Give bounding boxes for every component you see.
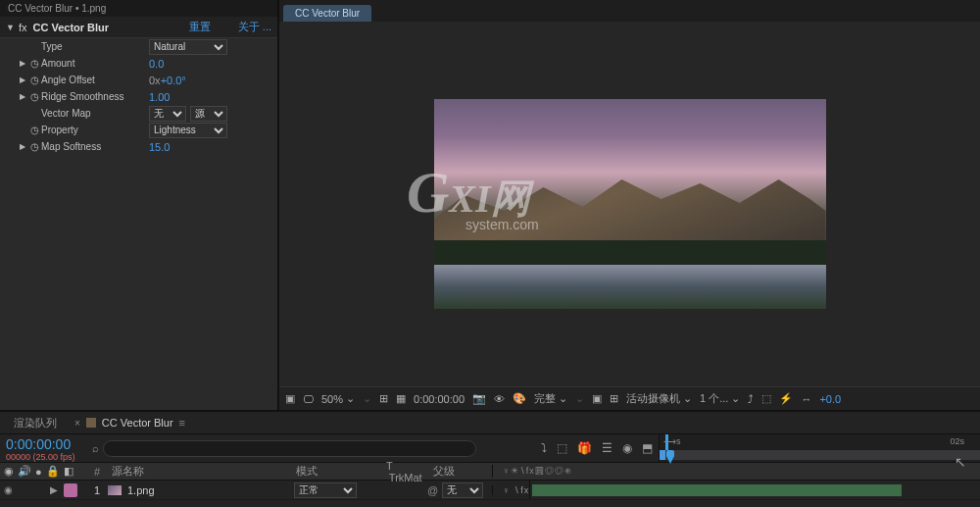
camera-select[interactable]: 活动摄像机 ⌄ — [626, 391, 692, 406]
index-column[interactable]: # — [86, 466, 108, 478]
stopwatch-icon[interactable]: ◷ — [27, 91, 41, 102]
comp-tab[interactable]: × CC Vector Blur ≡ — [74, 417, 185, 429]
timeline-icon[interactable]: ↔ — [801, 393, 811, 405]
effect-header: ▼ fx CC Vector Blur 重置 关于 ... — [0, 17, 277, 38]
layer-duration-bar[interactable] — [532, 484, 902, 496]
blend-mode-select[interactable]: 正常 — [294, 482, 357, 498]
effect-controls-panel: CC Vector Blur • 1.png ▼ fx CC Vector Bl… — [0, 0, 279, 410]
timeline-search: ⌕ — [86, 434, 482, 462]
grid-icon[interactable]: ⊞ — [610, 392, 618, 405]
layer-source[interactable]: 1.png — [108, 484, 292, 496]
effect-tab[interactable]: CC Vector Blur • 1.png — [0, 0, 277, 17]
about-link[interactable]: 关于 ... — [238, 20, 271, 34]
param-amount: ▶ ◷ Amount 0.0 — [0, 55, 277, 72]
fx-icon[interactable]: fx — [19, 22, 27, 33]
stopwatch-icon[interactable]: ◷ — [27, 125, 41, 135]
zoom-level[interactable]: 50% ⌄ — [321, 392, 355, 405]
region-icon[interactable]: ▣ — [592, 392, 602, 405]
amount-label: Amount — [41, 58, 149, 69]
column-headers: ◉ 🔊 ● 🔒 ◧ # 源名称 模式 T TrkMat 父级 ♀☀∖fx圓◎◎⊕ — [0, 463, 980, 481]
render-icon[interactable]: ⬚ — [761, 392, 771, 405]
switches-column: ♀☀∖fx圓◎◎⊕ — [492, 465, 572, 478]
exposure-value[interactable]: +0.0 — [819, 393, 841, 405]
shy-icon[interactable]: 🎁 — [577, 441, 592, 455]
preview-viewport[interactable]: GXI网 system.com — [279, 22, 980, 386]
show-snapshot-icon[interactable]: 👁 — [494, 393, 505, 405]
label-column-icon[interactable]: ◧ — [64, 465, 74, 478]
render-queue-tab[interactable]: 渲染队列 — [14, 416, 57, 431]
twirl-icon[interactable]: ▶ — [18, 92, 27, 101]
draft3d-icon[interactable]: ⬚ — [557, 441, 567, 455]
visibility-toggle[interactable]: ◉ — [4, 484, 13, 495]
twirl-icon[interactable]: ▶ — [18, 76, 27, 84]
tab-menu-icon[interactable]: ≡ — [179, 417, 185, 429]
param-property: ◷ Property Lightness — [0, 122, 277, 138]
stopwatch-icon[interactable]: ◷ — [27, 141, 41, 152]
mode-column[interactable]: 模式 — [292, 464, 368, 479]
preview-tabs: CC Vector Blur — [279, 0, 980, 22]
layer-switches[interactable]: ♀ ∖fx — [492, 485, 529, 495]
frame-rate: 00000 (25.00 fps) — [6, 452, 80, 462]
angle-rot[interactable]: 0x — [149, 75, 161, 86]
label-color[interactable] — [64, 483, 77, 497]
param-ridge: ▶ ◷ Ridge Smoothness 1.00 — [0, 88, 277, 105]
reset-link[interactable]: 重置 — [189, 20, 211, 34]
twirl-icon[interactable]: ▶ — [18, 142, 27, 151]
cursor-icon: ↖ — [955, 454, 966, 470]
param-type: Type Natural — [0, 38, 277, 55]
angle-value[interactable]: +0.0° — [161, 75, 186, 86]
layer-thumbnail-icon — [108, 485, 122, 495]
layer-row[interactable]: ◉ ▶ 1 1.png 正常 @ 无 ♀ ∖fx — [0, 481, 980, 500]
viewport-mode-icon[interactable]: ▣ — [285, 392, 295, 405]
parent-column[interactable]: 父级 — [427, 464, 492, 479]
snapshot-icon[interactable]: 📷 — [472, 392, 486, 405]
watermark: GXI网 system.com — [407, 159, 539, 242]
transparency-grid-icon[interactable]: ▦ — [396, 392, 406, 405]
ridge-label: Ridge Smoothness — [41, 91, 149, 102]
motion-blur-icon[interactable]: ◉ — [622, 441, 632, 455]
source-column[interactable]: 源名称 — [108, 464, 292, 479]
layer-twirl-icon[interactable]: ▶ — [50, 484, 58, 495]
monitor-icon[interactable]: 🖵 — [303, 393, 314, 405]
preview-toolbar: ▣ 🖵 50% ⌄ ⌄ ⊞ ▦ 0:00:00:00 📷 👁 🎨 完整 ⌄ ⌄ … — [279, 386, 980, 410]
graph-editor-icon[interactable]: ⬒ — [642, 441, 653, 455]
comp-flow-icon[interactable]: ⤵ — [541, 441, 547, 455]
search-input[interactable] — [103, 440, 476, 457]
channel-icon[interactable]: 🎨 — [513, 392, 526, 405]
trkmat-column[interactable]: T TrkMat — [368, 460, 427, 483]
fast-preview-icon[interactable]: ⚡ — [779, 392, 793, 405]
frame-blend-icon[interactable]: ☰ — [602, 441, 612, 455]
resolution-icon[interactable]: ⊞ — [379, 392, 388, 405]
layer-track[interactable] — [529, 481, 980, 499]
audio-column-icon[interactable]: 🔊 — [18, 465, 31, 478]
vmap-select[interactable]: 无 — [149, 106, 186, 122]
comp-color-icon — [86, 418, 96, 428]
property-select[interactable]: Lightness — [149, 123, 227, 138]
time-ruler[interactable]: ⟶s 02s — [659, 434, 980, 462]
timeline-header: 0:00:00:00 00000 (25.00 fps) ⌕ ⤵ ⬚ 🎁 ☰ ◉… — [0, 433, 980, 463]
preview-tab[interactable]: CC Vector Blur — [283, 5, 371, 22]
share-icon[interactable]: ⤴ — [748, 393, 754, 405]
twirl-icon[interactable]: ▶ — [18, 59, 27, 68]
ridge-value[interactable]: 1.00 — [149, 91, 170, 103]
pickwhip-icon[interactable]: @ — [427, 484, 438, 496]
effect-twirl-icon[interactable]: ▼ — [6, 23, 15, 32]
param-mapsoftness: ▶ ◷ Map Softness 15.0 — [0, 138, 277, 155]
parent-select[interactable]: 无 — [442, 482, 483, 498]
preview-time[interactable]: 0:00:00:00 — [414, 393, 465, 405]
vmap-source-select[interactable]: 源 — [190, 106, 227, 122]
views-select[interactable]: 1 个... ⌄ — [700, 391, 740, 406]
quality-select[interactable]: 完整 ⌄ — [534, 391, 567, 406]
current-time[interactable]: 0:00:00:00 — [6, 436, 80, 452]
visibility-column-icon[interactable]: ◉ — [4, 465, 14, 478]
stopwatch-icon[interactable]: ◷ — [27, 75, 41, 85]
layer-index: 1 — [86, 484, 108, 496]
type-select[interactable]: Natural — [149, 39, 227, 55]
softness-value[interactable]: 15.0 — [149, 141, 170, 153]
amount-value[interactable]: 0.0 — [149, 58, 164, 70]
stopwatch-icon[interactable]: ◷ — [27, 58, 41, 69]
lock-column-icon[interactable]: 🔒 — [46, 465, 60, 478]
solo-column-icon[interactable]: ● — [35, 466, 42, 478]
playhead-icon[interactable] — [663, 450, 677, 462]
effect-name[interactable]: CC Vector Blur — [32, 22, 188, 33]
